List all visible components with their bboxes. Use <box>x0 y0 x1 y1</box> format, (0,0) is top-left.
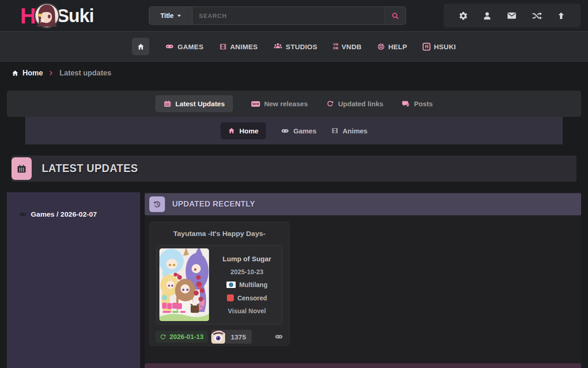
calendar-icon-box <box>11 157 32 180</box>
censorship-label: Censored <box>237 294 267 302</box>
multilang-flag-icon <box>226 282 236 288</box>
life-ring-icon <box>377 43 385 51</box>
page-title: LATEST UPDATES <box>42 162 138 175</box>
tab-updated-links[interactable]: Updated links <box>326 100 383 108</box>
logo-suffix: Suki <box>57 6 94 26</box>
sidebar: Games / 2026-02-07 <box>7 192 140 368</box>
language-label: Multilang <box>239 281 267 288</box>
nav-item-studios[interactable]: STUDIOS <box>273 42 317 51</box>
user-icon <box>482 11 492 21</box>
main-nav: GAMES ANIMES STUDIOS VNDB VNDB HELP H HS… <box>0 31 588 62</box>
site-logo[interactable]: H Suki <box>20 1 94 30</box>
shuffle-icon <box>531 11 542 21</box>
history-icon <box>153 200 162 209</box>
breadcrumb-home-label: Home <box>23 69 43 77</box>
tab-label: Updated links <box>338 100 383 108</box>
studio-name[interactable]: Lump of Sugar <box>223 255 271 263</box>
gamepad-icon <box>281 126 289 135</box>
new-badge-icon: NEW <box>251 101 260 107</box>
red-square-icon <box>227 294 234 301</box>
nav-label-studios: STUDIOS <box>286 43 317 51</box>
search-bar: Title <box>149 6 406 25</box>
game-cover-image[interactable] <box>159 248 209 321</box>
arrow-up-icon <box>556 11 566 21</box>
search-input[interactable] <box>192 7 384 24</box>
subtab-label: Animes <box>343 127 368 135</box>
nav-item-animes[interactable]: ANIMES <box>219 43 258 51</box>
refresh-icon <box>326 100 334 108</box>
profile-button[interactable] <box>482 11 492 21</box>
subtabs-panel: Home Games Animes <box>25 117 563 144</box>
search-filter-select[interactable]: Title <box>149 7 192 24</box>
category-label: Visual Novel <box>228 307 266 315</box>
sidebar-heading[interactable]: Games / 2026-02-07 <box>18 210 97 218</box>
chevron-right-icon <box>48 70 54 76</box>
uploader-avatar <box>211 330 225 344</box>
comments-icon <box>401 100 410 108</box>
game-card[interactable]: Tayutama -It's Happy Days- <box>149 222 289 346</box>
page: H Suki Title <box>0 0 588 368</box>
updated-recently-bar: UPDATED RECENTLY <box>145 193 581 215</box>
film-icon <box>219 43 227 51</box>
next-section-strip <box>145 363 581 368</box>
tab-posts[interactable]: Posts <box>401 100 433 108</box>
logo-prefix: H <box>20 3 36 29</box>
nav-label-vndb: VNDB <box>341 43 362 51</box>
refresh-icon <box>159 334 166 340</box>
tab-label: New releases <box>264 100 308 108</box>
game-title: Tayutama -It's Happy Days- <box>150 230 289 238</box>
nav-item-vndb[interactable]: VNDB VNDB <box>333 43 362 51</box>
breadcrumb: Home Latest updates <box>11 69 111 77</box>
views-count: 1375 <box>225 333 251 341</box>
subtab-label: Games <box>294 127 317 135</box>
tab-new-releases[interactable]: NEW New releases <box>251 100 308 108</box>
nav-item-help[interactable]: HELP <box>377 43 407 51</box>
gamepad-icon <box>165 42 174 51</box>
gamepad-icon <box>274 332 283 341</box>
film-icon <box>331 127 339 134</box>
nav-label-hsuki: HSUKI <box>434 43 456 51</box>
subtab-label: Home <box>239 127 259 135</box>
envelope-icon <box>507 11 517 21</box>
top-bar: H Suki Title <box>0 0 588 31</box>
settings-button[interactable] <box>458 11 468 21</box>
tab-label: Latest Updates <box>175 100 225 108</box>
cover-art <box>159 248 209 321</box>
logo-avatar <box>34 3 60 29</box>
release-date: 2025-10-23 <box>231 268 264 276</box>
subtab-games[interactable]: Games <box>281 126 317 135</box>
users-icon <box>273 42 283 51</box>
breadcrumb-current: Latest updates <box>59 69 111 77</box>
search-filter-value: Title <box>160 12 174 19</box>
subtab-home[interactable]: Home <box>220 122 266 139</box>
updated-date-badge: 2026-01-13 <box>155 331 208 343</box>
breadcrumb-home[interactable]: Home <box>11 69 43 77</box>
game-info: Lump of Sugar 2025-10-23 Multilang <box>212 246 282 324</box>
random-button[interactable] <box>531 11 542 21</box>
sidebar-heading-label: Games / 2026-02-07 <box>31 210 97 218</box>
censorship-row: Censored <box>227 294 267 302</box>
chevron-down-icon <box>177 15 181 17</box>
scroll-top-button[interactable] <box>556 11 566 21</box>
gamepad-icon <box>18 210 27 218</box>
game-card-footer: 2026-01-13 1375 <box>155 330 283 344</box>
game-card-body: Lump of Sugar 2025-10-23 Multilang <box>156 245 283 324</box>
search-button[interactable] <box>384 7 406 24</box>
nav-label-games: GAMES <box>177 43 204 51</box>
messages-button[interactable] <box>507 11 517 21</box>
nav-home-button[interactable] <box>132 38 149 55</box>
magnifier-icon <box>391 12 400 20</box>
section-title: UPDATED RECENTLY <box>172 200 255 209</box>
main-content: UPDATED RECENTLY Tayutama -It's Happy Da… <box>145 192 581 368</box>
vndb-icon: VNDB <box>333 43 339 50</box>
history-icon-box <box>149 196 165 212</box>
updated-date: 2026-01-13 <box>170 333 204 340</box>
views-badge[interactable]: 1375 <box>211 330 251 344</box>
nav-item-hsuki[interactable]: H HSUKI <box>423 43 456 51</box>
nav-label-help: HELP <box>388 43 407 51</box>
tab-latest-updates[interactable]: Latest Updates <box>155 95 233 112</box>
tabs-panel: Latest Updates NEW New releases Updated … <box>7 91 581 117</box>
gear-icon <box>458 11 468 21</box>
subtab-animes[interactable]: Animes <box>331 127 368 135</box>
nav-item-games[interactable]: GAMES <box>165 42 204 51</box>
